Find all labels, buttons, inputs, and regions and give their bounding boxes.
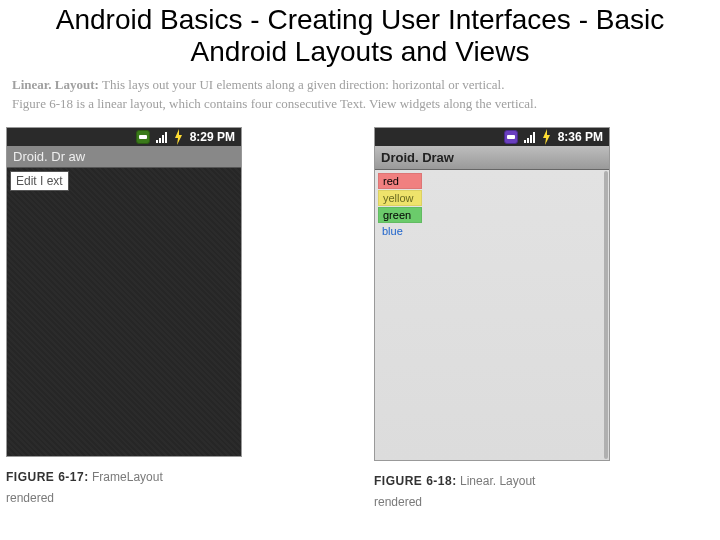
figure-label: FIGURE 6-17:	[6, 470, 89, 484]
app-titlebar: Droid. Dr aw	[7, 146, 241, 168]
intro-text: Linear. Layout: This lays out your UI el…	[0, 74, 720, 119]
figure-caption: FIGURE 6-18: Linear. Layout rendered	[374, 461, 632, 512]
slide-title: Android Basics - Creating User Interface…	[0, 0, 720, 74]
status-time: 8:29 PM	[190, 130, 235, 144]
edit-text-field[interactable]: Edit I ext	[10, 171, 69, 191]
status-bar: 8:36 PM	[375, 128, 609, 146]
app-titlebar: Droid. Draw	[375, 146, 609, 170]
svg-marker-1	[175, 129, 182, 145]
svg-rect-2	[507, 135, 515, 139]
textview-yellow: yellow	[378, 190, 422, 206]
charging-icon	[173, 129, 184, 145]
textview-red: red	[378, 173, 422, 189]
textview-green: green	[378, 207, 422, 223]
status-badge-icon	[136, 130, 150, 144]
figure-caption-line2: rendered	[6, 491, 54, 505]
status-bar: 8:29 PM	[7, 128, 241, 146]
figure-caption-line2: rendered	[374, 495, 422, 509]
figure-label: FIGURE 6-18:	[374, 474, 457, 488]
phone-frame-layout: 8:29 PM Droid. Dr aw Edit I ext	[6, 127, 242, 457]
status-badge-icon	[504, 130, 518, 144]
svg-marker-3	[543, 129, 550, 145]
figure-6-18: 8:36 PM Droid. Draw red yellow green blu…	[374, 127, 632, 512]
frame-layout-body: Edit I ext	[7, 168, 241, 456]
intro-rest: This lays out your UI elements along a g…	[99, 77, 505, 92]
figure-name: Linear. Layout	[460, 474, 535, 488]
status-time: 8:36 PM	[558, 130, 603, 144]
signal-icon	[156, 131, 167, 143]
charging-icon	[541, 129, 552, 145]
figure-6-17: 8:29 PM Droid. Dr aw Edit I ext FIGURE 6…	[6, 127, 264, 512]
svg-rect-0	[139, 135, 147, 139]
phone-linear-layout: 8:36 PM Droid. Draw red yellow green blu…	[374, 127, 610, 461]
linear-layout-body: red yellow green blue	[375, 170, 609, 460]
figure-caption: FIGURE 6-17: FrameLayout rendered	[6, 457, 264, 508]
intro-line2: Figure 6-18 is a linear layout, which co…	[12, 95, 708, 113]
signal-icon	[524, 131, 535, 143]
figures-row: 8:29 PM Droid. Dr aw Edit I ext FIGURE 6…	[0, 119, 720, 512]
textview-blue: blue	[378, 224, 422, 238]
figure-name: FrameLayout	[92, 470, 163, 484]
intro-lead: Linear. Layout:	[12, 77, 99, 92]
